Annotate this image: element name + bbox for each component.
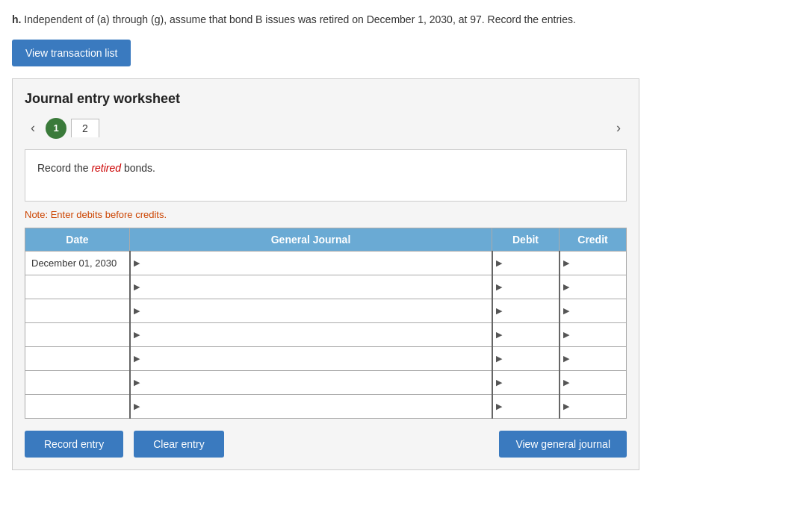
credit-arrow-icon: ▶ [560,258,569,268]
journal-cell[interactable]: ▶ [130,323,492,347]
journal-cell[interactable]: ▶ [130,252,492,275]
credit-arrow-icon: ▶ [560,330,569,340]
debit-input[interactable] [502,350,559,367]
credit-arrow-icon: ▶ [560,306,569,316]
instruction-highlight: retired [91,162,121,174]
credit-cell[interactable]: ▶ [560,347,627,371]
debit-cell[interactable]: ▶ [492,299,560,323]
journal-cell[interactable]: ▶ [130,347,492,371]
credit-cell[interactable]: ▶ [560,323,627,347]
credit-cell[interactable]: ▶ [560,299,627,323]
table-row: ▶▶▶ [25,347,627,371]
row-arrow-icon: ▶ [131,306,143,316]
credit-arrow-icon: ▶ [560,378,569,387]
credit-input[interactable] [569,278,627,296]
table-row: ▶▶▶ [25,299,627,323]
col-header-date: Date [25,228,130,252]
buttons-row: Record entry Clear entry View general jo… [25,431,627,458]
tabs-row: ‹ 1 2 › [25,117,627,139]
journal-input[interactable] [143,278,492,296]
credit-arrow-icon: ▶ [560,402,569,411]
row-arrow-icon: ▶ [131,258,143,268]
debit-cell[interactable]: ▶ [492,323,560,347]
table-row: ▶▶▶ [25,323,627,347]
debit-input[interactable] [502,278,559,296]
credit-cell[interactable]: ▶ [560,395,627,419]
journal-input[interactable] [143,350,492,367]
date-cell [25,275,130,299]
debit-input[interactable] [502,302,559,319]
row-arrow-icon: ▶ [131,330,143,340]
row-arrow-icon: ▶ [131,402,143,411]
journal-input[interactable] [143,255,492,272]
col-header-credit: Credit [560,228,627,252]
tab-prev-button[interactable]: ‹ [25,117,41,139]
problem-description: Independent of (a) through (g), assume t… [24,13,576,25]
col-header-journal: General Journal [130,228,492,252]
journal-input[interactable] [143,326,492,343]
journal-cell[interactable]: ▶ [130,371,492,395]
debit-arrow-icon: ▶ [493,354,502,363]
worksheet-container: Journal entry worksheet ‹ 1 2 › Record t… [12,78,639,470]
table-row: ▶▶▶ [25,395,627,419]
row-arrow-icon: ▶ [131,354,143,363]
debit-arrow-icon: ▶ [493,282,502,292]
debit-arrow-icon: ▶ [493,306,502,316]
debit-cell[interactable]: ▶ [492,371,560,395]
tab-next-button[interactable]: › [610,117,627,139]
worksheet-title: Journal entry worksheet [25,91,627,107]
credit-input[interactable] [569,398,627,415]
date-cell [25,395,130,419]
journal-input[interactable] [143,398,492,415]
debit-cell[interactable]: ▶ [492,395,560,419]
debit-arrow-icon: ▶ [493,330,502,340]
journal-cell[interactable]: ▶ [130,275,492,299]
problem-text: h. Independent of (a) through (g), assum… [12,12,800,28]
credit-input[interactable] [569,374,627,391]
debit-cell[interactable]: ▶ [492,252,560,275]
debit-arrow-icon: ▶ [493,378,502,387]
credit-input[interactable] [569,350,627,367]
debit-arrow-icon: ▶ [493,258,502,268]
journal-table: Date General Journal Debit Credit Decemb… [25,228,627,419]
date-cell [25,347,130,371]
instruction-plain: Record the [37,162,91,174]
table-row: December 01, 2030▶▶▶ [25,252,627,275]
record-entry-button[interactable]: Record entry [25,431,123,458]
credit-arrow-icon: ▶ [560,282,569,292]
credit-input[interactable] [569,326,627,343]
debit-input[interactable] [502,255,559,272]
row-arrow-icon: ▶ [131,378,143,387]
view-transaction-button[interactable]: View transaction list [12,40,131,66]
debit-input[interactable] [502,374,559,391]
date-cell [25,299,130,323]
credit-input[interactable] [569,255,627,272]
debit-cell[interactable]: ▶ [492,275,560,299]
credit-cell[interactable]: ▶ [560,252,627,275]
table-row: ▶▶▶ [25,371,627,395]
debit-arrow-icon: ▶ [493,402,502,411]
tab-1-active[interactable]: 1 [46,118,66,139]
table-row: ▶▶▶ [25,275,627,299]
debit-input[interactable] [502,398,559,415]
credit-cell[interactable]: ▶ [560,371,627,395]
date-cell [25,371,130,395]
journal-input[interactable] [143,374,492,391]
journal-cell[interactable]: ▶ [130,395,492,419]
debit-cell[interactable]: ▶ [492,347,560,371]
journal-input[interactable] [143,302,492,319]
credit-arrow-icon: ▶ [560,354,569,363]
clear-entry-button[interactable]: Clear entry [134,431,223,458]
view-general-journal-button[interactable]: View general journal [499,431,627,458]
date-cell [25,323,130,347]
credit-input[interactable] [569,302,627,319]
col-header-debit: Debit [492,228,560,252]
debit-input[interactable] [502,326,559,343]
note-text: Note: Enter debits before credits. [25,209,627,220]
journal-cell[interactable]: ▶ [130,299,492,323]
credit-cell[interactable]: ▶ [560,275,627,299]
problem-label: h. [12,13,21,25]
instruction-end: bonds. [121,162,155,174]
tab-2[interactable]: 2 [71,119,99,137]
row-arrow-icon: ▶ [131,282,143,292]
